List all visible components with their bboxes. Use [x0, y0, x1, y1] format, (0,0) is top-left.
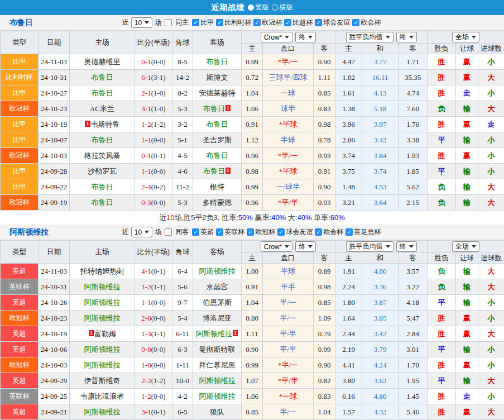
checkbox-checked-icon[interactable]: ✓	[284, 19, 291, 26]
odds-mean-select[interactable]: 胜平负均值	[346, 32, 393, 42]
away-team-cell: 斯博文	[193, 70, 242, 85]
away-team-cell: 布鲁日1	[193, 101, 242, 117]
league-filter[interactable]: ✓英超	[191, 227, 214, 237]
asian-away-odds: 0.89	[314, 264, 335, 279]
date-cell: 24-09-25	[39, 389, 70, 404]
euro-home-odds: 2.19	[335, 342, 362, 357]
handicap-result-cell: 输	[456, 279, 478, 295]
title-bar: 近期战绩 竖版 横版	[0, 0, 504, 15]
home-team-cell: 1韦斯特鲁	[70, 117, 135, 132]
euro-draw-odds: 3.79	[362, 342, 399, 357]
match-row: 比甲24-11-03奥德赫维里0-1(0-0)8-5布鲁日0.99*半/一0.9…	[1, 54, 504, 70]
euro-final-select[interactable]: 终	[396, 241, 417, 252]
bookmaker-select[interactable]: Crow*	[261, 241, 293, 252]
handicap-cell: *一球	[263, 389, 314, 404]
handicap-cell: 球半	[263, 101, 314, 117]
red-card-badge: 1	[85, 121, 90, 127]
euro-draw-odds: 3.42	[362, 132, 399, 148]
goals-result-cell: 大	[478, 404, 504, 420]
corners-cell: 14-2	[172, 70, 193, 85]
final-score: 3-1	[141, 104, 151, 113]
score-cell: 1-1(0-0)	[135, 295, 172, 311]
asian-final-select[interactable]: 终	[295, 32, 316, 42]
euro-away-odds: 3.01	[399, 342, 428, 357]
goals-result-cell: 小	[478, 85, 504, 101]
recent-games-select[interactable]: 10	[131, 17, 152, 28]
away-team-cell: 狼队	[193, 404, 242, 420]
half-time-score: (0-0)	[151, 298, 166, 307]
league-filter[interactable]: ✓英联杯	[215, 227, 244, 237]
result-cell: 胜	[428, 85, 456, 101]
league-filter[interactable]: ✓比利时杯	[215, 18, 251, 27]
league-type-cell: 英超	[1, 264, 39, 279]
asian-home-odds: 0.99	[242, 357, 263, 373]
league-type-cell: 欧冠杯	[1, 148, 39, 164]
sub-eu-away: 客	[399, 44, 428, 54]
result-cell: 胜	[428, 404, 456, 420]
checkbox-checked-icon[interactable]: ✓	[277, 228, 285, 236]
league-filter[interactable]: ✓欧会杯	[314, 227, 343, 237]
checkbox-checked-icon[interactable]: ✓	[216, 19, 223, 26]
chevron-down-icon	[285, 36, 289, 39]
scope-select[interactable]: 全场	[452, 32, 479, 42]
checkbox-checked-icon[interactable]: ✓	[216, 228, 223, 236]
red-card-badge: 1	[89, 330, 94, 336]
summary-segment: 40%	[297, 213, 311, 222]
layout-radio-vertical[interactable]: 竖版	[248, 3, 269, 12]
league-filter[interactable]: ✓欧冠杯	[246, 227, 275, 237]
same-venue-checkbox[interactable]	[165, 19, 172, 26]
checkbox-checked-icon[interactable]: ✓	[345, 228, 353, 236]
euro-away-odds: 5.46	[399, 404, 428, 420]
league-filter[interactable]: ✓球会友谊	[314, 18, 350, 27]
league-filter[interactable]: ✓比甲	[191, 18, 214, 27]
odds-mean-select[interactable]: 胜平负均值	[346, 241, 393, 252]
asian-final-select[interactable]: 终	[295, 241, 316, 252]
league-type-cell: 英超	[1, 404, 39, 420]
checkbox-checked-icon[interactable]: ✓	[192, 228, 199, 236]
final-score: 2-0	[141, 314, 151, 322]
handicap-result-cell: 输	[456, 373, 478, 389]
team-name-text: 布鲁日	[92, 198, 113, 207]
league-filter[interactable]: ✓英足总杯	[344, 227, 381, 237]
sub-goals: 进球数	[478, 44, 504, 54]
score-cell: 2-2(1-2)	[135, 373, 172, 389]
sub-eu-away: 客	[399, 253, 428, 264]
league-filter[interactable]: ✓欧会杯	[351, 18, 381, 27]
score-cell: 3-1(0-1)	[135, 404, 172, 420]
checkbox-checked-icon[interactable]: ✓	[315, 228, 322, 236]
team-name-text: 韦康比流浪者	[80, 392, 124, 400]
recent-games-select[interactable]: 10	[131, 227, 152, 237]
team-name-text: 圣吉罗斯	[203, 136, 232, 144]
team-name-text: 奥德赫维里	[84, 58, 121, 66]
asian-home-odds: 1.11	[242, 326, 263, 342]
asian-home-odds: 1.07	[242, 373, 263, 389]
radio-unselected-icon	[272, 4, 278, 11]
euro-away-odds: 4.18	[399, 295, 428, 311]
handicap-result-cell: 赢	[456, 404, 478, 420]
date-cell: 24-10-23	[39, 311, 70, 326]
checkbox-checked-icon[interactable]: ✓	[253, 19, 261, 26]
match-row: 比甲24-10-27布鲁日2-1(1-0)8-2安德莱赫特1.04一球0.851…	[1, 85, 504, 101]
layout-horizontal-label: 横版	[280, 3, 293, 12]
checkbox-checked-icon[interactable]: ✓	[247, 228, 254, 236]
league-filter[interactable]: ✓比超杯	[283, 18, 313, 27]
league-filter-label: 欧会杯	[323, 227, 343, 237]
result-cell: 胜	[428, 117, 456, 132]
home-team-cell: 沙勒罗瓦	[70, 164, 135, 179]
team-name-text: 根特	[210, 183, 224, 191]
layout-radio-horizontal[interactable]: 横版	[272, 3, 293, 12]
bookmaker-select[interactable]: Crow*	[261, 32, 293, 42]
same-venue-checkbox[interactable]	[165, 228, 172, 236]
score-cell: 1-1(0-0)	[135, 132, 172, 148]
league-filter[interactable]: ✓球会友谊	[276, 227, 313, 237]
home-team-cell: 布鲁日	[70, 132, 135, 148]
euro-final-select[interactable]: 终	[396, 32, 417, 42]
handicap-result-cell: 输	[456, 342, 478, 357]
checkbox-checked-icon[interactable]: ✓	[315, 19, 322, 26]
asian-home-odds: 0.96	[242, 195, 263, 211]
checkbox-checked-icon[interactable]: ✓	[352, 19, 359, 26]
asian-away-odds: 0.90	[314, 357, 335, 373]
league-filter[interactable]: ✓欧冠杯	[252, 18, 282, 27]
checkbox-checked-icon[interactable]: ✓	[192, 19, 199, 26]
scope-select[interactable]: 全场	[452, 241, 479, 252]
